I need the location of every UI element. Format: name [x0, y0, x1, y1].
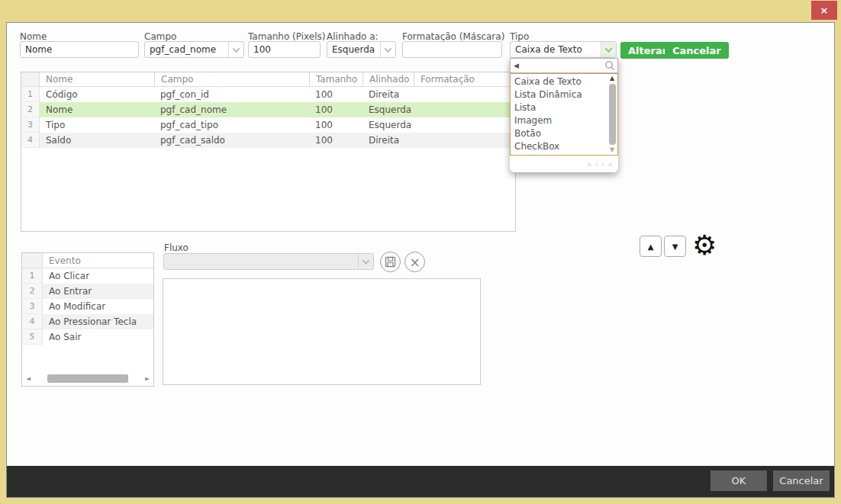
gear-icon: ⚙	[692, 230, 717, 261]
cancelar-edit-button[interactable]: Cancelar	[665, 42, 729, 59]
cell-formatacao	[414, 87, 511, 102]
search-icon	[604, 60, 615, 71]
fluxo-select[interactable]	[163, 253, 374, 270]
chevron-down-icon[interactable]	[228, 42, 243, 57]
tipo-label: Tipo	[510, 31, 529, 42]
cell-nome: Tipo	[40, 117, 154, 133]
col-header-alinhado[interactable]: Alinhado	[362, 72, 414, 86]
row-number: 2	[21, 102, 40, 117]
page-prev-icon[interactable]: ‹	[594, 159, 598, 169]
formatacao-input[interactable]	[402, 41, 502, 58]
col-header-nome[interactable]: Nome	[40, 72, 154, 86]
save-icon	[385, 256, 396, 268]
fluxo-content-area[interactable]	[163, 278, 481, 385]
evento-label: Ao Modificar	[43, 299, 153, 314]
columns-table-header: Nome Campo Tamanho Alinhado Formatação	[21, 72, 515, 87]
tipo-dropdown-search[interactable]: ◀	[510, 58, 618, 73]
down-arrow-icon: ▼	[672, 242, 678, 251]
scroll-left-icon[interactable]: ◄	[24, 375, 32, 382]
cell-tamanho: 100	[309, 117, 362, 133]
tipo-select[interactable]: Caixa de Texto	[510, 41, 617, 58]
window-close-button[interactable]: ×	[811, 1, 837, 20]
col-header-campo[interactable]: Campo	[154, 72, 309, 86]
col-header-formatacao[interactable]: Formatação	[414, 72, 511, 86]
nome-label: Nome	[20, 31, 47, 42]
campo-select-value: pgf_cad_nome	[145, 44, 228, 55]
row-number: 1	[21, 87, 40, 102]
cell-tamanho: 100	[309, 133, 362, 148]
alinhado-select[interactable]: Esquerda	[327, 41, 396, 58]
campo-label: Campo	[144, 31, 176, 42]
cell-formatacao	[414, 102, 511, 117]
scrollbar-thumb[interactable]	[47, 374, 127, 383]
cell-campo: pgf_con_id	[154, 87, 309, 102]
evento-col-header[interactable]: Evento	[43, 255, 81, 266]
evento-label: Ao Sair	[43, 329, 153, 345]
columns-table: Nome Campo Tamanho Alinhado Formatação 1…	[21, 72, 516, 232]
cell-campo: pgf_cad_saldo	[154, 133, 309, 148]
dropdown-option[interactable]: CheckBox	[511, 140, 607, 153]
move-down-button[interactable]: ▼	[664, 236, 686, 257]
nome-input[interactable]	[20, 41, 139, 58]
chevron-down-icon[interactable]	[358, 254, 373, 269]
up-arrow-icon: ▲	[648, 242, 654, 251]
dialog-footer: OK Cancelar	[7, 466, 834, 497]
cell-nome: Código	[40, 87, 154, 102]
list-item[interactable]: 3 Ao Modificar	[22, 299, 153, 314]
dropdown-option[interactable]: Lista Dinâmica	[511, 88, 607, 101]
save-fluxo-button[interactable]	[380, 252, 401, 272]
dropdown-option[interactable]: Botão	[511, 127, 607, 140]
campo-select[interactable]: pgf_cad_nome	[144, 41, 244, 58]
cell-campo: pgf_cad_tipo	[154, 117, 309, 133]
move-up-button[interactable]: ▲	[640, 236, 662, 257]
cell-formatacao	[414, 117, 511, 133]
alinhado-select-value: Esquerda	[327, 44, 380, 55]
tipo-select-value: Caixa de Texto	[511, 44, 601, 55]
dropdown-option[interactable]: Lista	[511, 101, 607, 114]
list-item[interactable]: 1 Ao Clicar	[22, 268, 153, 284]
table-row-selected[interactable]: 2 Nome pgf_cad_nome 100 Esquerda	[21, 102, 515, 117]
page-next-icon[interactable]: ›	[601, 159, 604, 169]
cell-alinhado: Esquerda	[362, 102, 414, 117]
settings-button[interactable]: ⚙	[692, 230, 717, 261]
dropdown-scrollbar[interactable]: ▲ ▼	[607, 74, 617, 155]
cell-alinhado: Direita	[362, 87, 414, 102]
page-first-icon[interactable]: «	[587, 159, 592, 169]
scroll-right-icon[interactable]: ►	[143, 375, 151, 382]
ok-button[interactable]: OK	[710, 470, 767, 491]
dropdown-option[interactable]: Caixa de Texto	[511, 75, 607, 88]
horizontal-scrollbar[interactable]: ◄ ►	[24, 374, 151, 384]
dropdown-option[interactable]: Imagem	[511, 114, 607, 127]
tamanho-input[interactable]	[248, 41, 321, 58]
page-last-icon[interactable]: »	[607, 159, 613, 169]
scrollbar-thumb[interactable]	[609, 84, 616, 145]
close-icon: ×	[409, 255, 420, 270]
list-item[interactable]: 4 Ao Pressionar Tecla	[22, 314, 153, 329]
evento-label: Ao Pressionar Tecla	[43, 314, 153, 329]
row-number: 3	[21, 117, 40, 133]
left-arrow-icon[interactable]: ◀	[514, 62, 604, 69]
cell-tamanho: 100	[309, 87, 362, 102]
scroll-up-icon[interactable]: ▲	[610, 75, 614, 82]
list-item[interactable]: 5 Ao Sair	[22, 329, 153, 345]
close-icon: ×	[820, 5, 829, 16]
dropdown-pagination: « ‹ › »	[510, 156, 618, 172]
evento-label: Ao Clicar	[43, 268, 153, 284]
cancel-button[interactable]: Cancelar	[773, 470, 830, 491]
cell-formatacao	[414, 133, 511, 148]
formatacao-label: Formatação (Máscara)	[402, 31, 504, 42]
tipo-dropdown-panel: ◀ Caixa de Texto Lista Dinâmica Lista Im…	[510, 58, 618, 172]
chevron-down-icon[interactable]	[380, 42, 395, 57]
cell-nome: Nome	[40, 102, 154, 117]
col-header-tamanho[interactable]: Tamanho	[309, 72, 362, 86]
table-row[interactable]: 4 Saldo pgf_cad_saldo 100 Direita	[21, 133, 515, 148]
cell-campo: pgf_cad_nome	[154, 102, 309, 117]
table-row[interactable]: 3 Tipo pgf_cad_tipo 100 Esquerda	[21, 117, 515, 133]
cell-alinhado: Esquerda	[362, 117, 414, 133]
table-row[interactable]: 1 Código pgf_con_id 100 Direita	[21, 87, 515, 102]
clear-fluxo-button[interactable]: ×	[404, 252, 425, 272]
tipo-dropdown-list: Caixa de Texto Lista Dinâmica Lista Imag…	[510, 73, 618, 156]
chevron-down-icon[interactable]	[601, 42, 616, 57]
list-item[interactable]: 2 Ao Entrar	[22, 284, 153, 299]
scroll-down-icon[interactable]: ▼	[610, 146, 614, 154]
